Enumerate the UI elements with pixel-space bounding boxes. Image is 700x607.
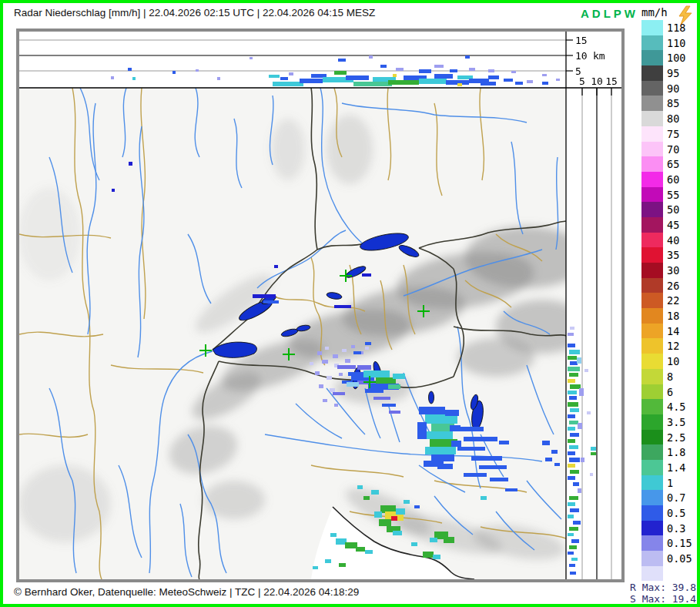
right-tick-15: 15: [605, 75, 618, 87]
footer-attribution: © Bernhard Oker, Datenquelle: MeteoSchwe…: [14, 586, 359, 598]
radar-product-page: Radar Niederschlag [mm/h] | 22.04.2026 0…: [0, 0, 700, 607]
right-tick-10: 10: [591, 75, 603, 87]
height-tick-15: 15: [575, 35, 588, 46]
km-unit-label: km: [593, 50, 605, 62]
map-canvas: [18, 88, 588, 579]
height-tick-10: 10: [575, 50, 588, 62]
right-tick-5: 5: [579, 75, 585, 87]
radar-plot: 15 10 5 km 5 10 15: [3, 3, 700, 607]
